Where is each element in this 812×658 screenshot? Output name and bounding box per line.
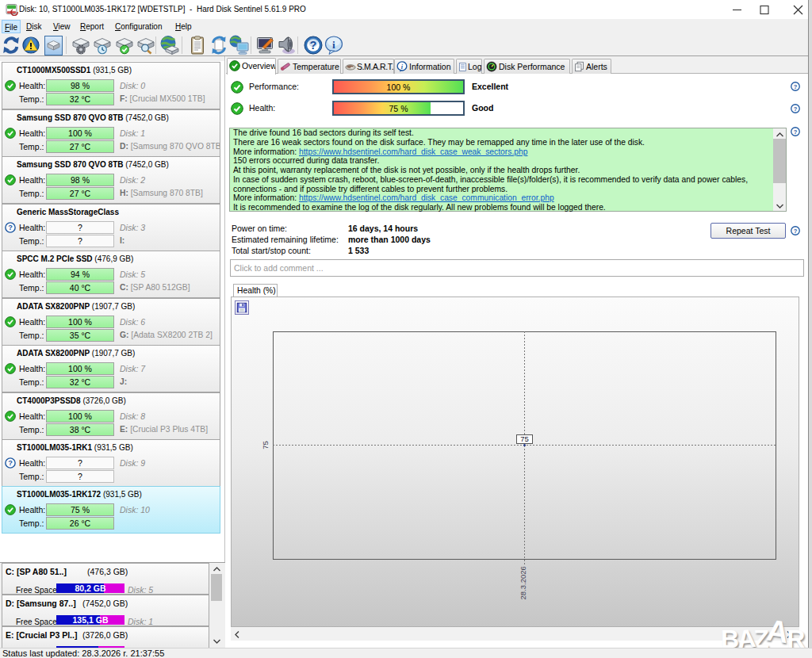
svg-text:?: ? — [310, 39, 317, 52]
svg-text:?: ? — [794, 83, 798, 90]
svg-text:?: ? — [794, 128, 798, 136]
svg-text:?: ? — [794, 105, 798, 113]
svg-text:?: ? — [8, 459, 13, 467]
svg-text:?: ? — [8, 224, 13, 231]
svg-text:?: ? — [794, 228, 798, 235]
svg-text:i: i — [332, 39, 335, 51]
